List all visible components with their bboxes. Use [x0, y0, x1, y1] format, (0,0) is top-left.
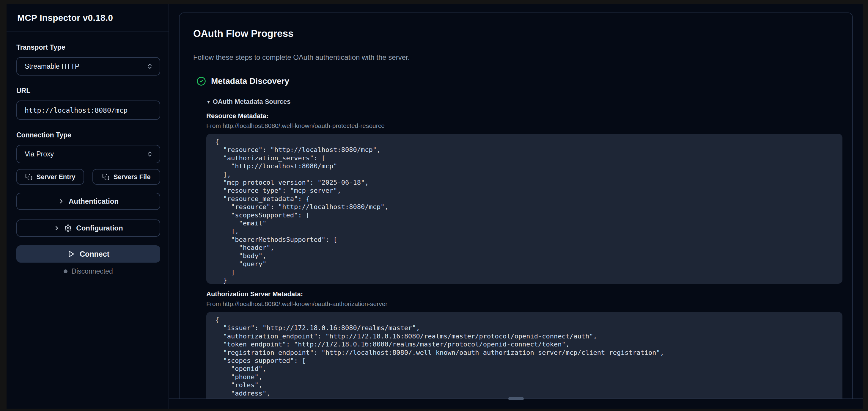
- page-subtitle: Follow these steps to complete OAuth aut…: [193, 53, 840, 62]
- page-title: OAuth Flow Progress: [193, 28, 840, 39]
- transport-type-value: Streamable HTTP: [25, 62, 80, 70]
- step-title: Metadata Discovery: [211, 77, 289, 86]
- step-metadata-discovery: Metadata Discovery: [193, 77, 840, 86]
- panel-resize-handle[interactable]: [508, 397, 524, 400]
- app-title: MCP Inspector v0.18.0: [17, 13, 113, 23]
- resource-metadata-label: Resource Metadata:: [206, 112, 840, 120]
- oauth-flow-content: OAuth Flow Progress Follow these steps t…: [180, 13, 852, 399]
- app-window: MCP Inspector v0.18.0 Transport Type Str…: [6, 4, 863, 409]
- oauth-metadata-sources-label: OAuth Metadata Sources: [213, 98, 291, 106]
- configuration-toggle[interactable]: Configuration: [17, 219, 160, 237]
- connection-type-value: Via Proxy: [25, 150, 54, 158]
- check-circle-icon: [196, 77, 206, 86]
- auth-server-metadata-label: Authorization Server Metadata:: [206, 290, 840, 298]
- resource-metadata-json[interactable]: { "resource": "http://localhost:8080/mcp…: [206, 134, 842, 284]
- status-dot-icon: [64, 269, 67, 273]
- resize-handle-tick: [516, 400, 516, 409]
- authentication-label: Authentication: [69, 197, 119, 206]
- server-entry-label: Server Entry: [37, 173, 75, 181]
- play-icon: [67, 250, 75, 258]
- sidebar: MCP Inspector v0.18.0 Transport Type Str…: [6, 4, 169, 409]
- url-input[interactable]: [17, 100, 160, 120]
- server-entry-button[interactable]: Server Entry: [17, 169, 84, 185]
- oauth-metadata-sources-toggle[interactable]: ▼ OAuth Metadata Sources: [206, 98, 840, 106]
- auth-server-metadata-json[interactable]: { "issuer": "http://172.18.0.16:8080/rea…: [206, 312, 842, 399]
- authentication-toggle[interactable]: Authentication: [17, 193, 160, 210]
- gear-icon: [64, 224, 72, 232]
- connection-type-select[interactable]: Via Proxy: [17, 145, 160, 163]
- copy-buttons-row: Server Entry Servers File: [17, 169, 160, 185]
- chevron-right-icon: [58, 198, 64, 205]
- oauth-flow-card: OAuth Flow Progress Follow these steps t…: [179, 12, 853, 399]
- triangle-down-icon: ▼: [206, 99, 211, 105]
- transport-type-label: Transport Type: [17, 43, 160, 52]
- status-label: Disconnected: [71, 267, 113, 275]
- step-body: ▼ OAuth Metadata Sources Resource Metada…: [193, 98, 840, 399]
- servers-file-label: Servers File: [114, 173, 151, 181]
- connect-button[interactable]: Connect: [17, 245, 160, 263]
- sidebar-body: Transport Type Streamable HTTP URL Conne…: [6, 43, 168, 275]
- auth-server-metadata-source: From http://localhost:8080/.well-known/o…: [206, 300, 840, 307]
- connection-type-label: Connection Type: [17, 131, 160, 139]
- chevron-right-icon: [54, 225, 60, 231]
- copy-icon: [25, 173, 32, 180]
- connect-label: Connect: [80, 250, 110, 259]
- configuration-label: Configuration: [76, 224, 123, 232]
- chevrons-up-down-icon: [147, 63, 153, 69]
- resource-metadata-source: From http://localhost:8080/.well-known/o…: [206, 122, 840, 129]
- transport-type-select[interactable]: Streamable HTTP: [17, 57, 160, 76]
- url-label: URL: [17, 87, 160, 95]
- connection-status: Disconnected: [17, 267, 160, 275]
- copy-icon: [102, 173, 110, 180]
- sidebar-header: MCP Inspector v0.18.0: [6, 4, 168, 32]
- chevrons-up-down-icon: [147, 151, 153, 157]
- servers-file-button[interactable]: Servers File: [92, 169, 160, 185]
